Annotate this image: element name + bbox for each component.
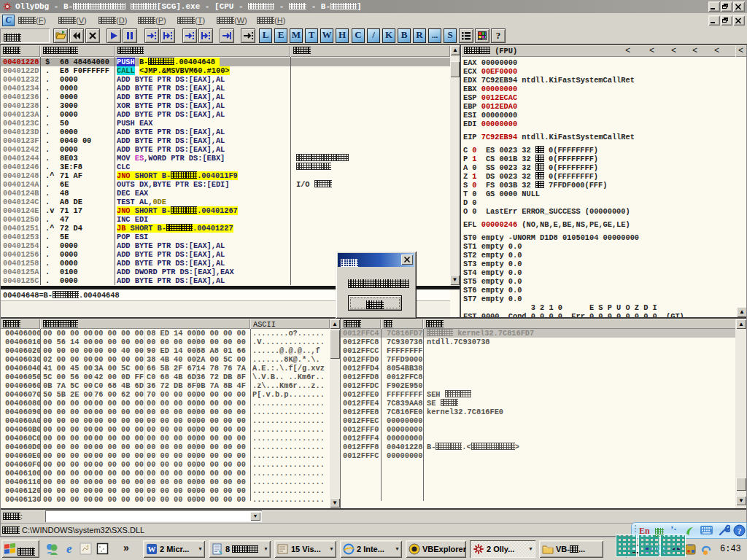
svg-text:W: W bbox=[148, 545, 156, 553]
svg-text:?: ? bbox=[738, 526, 742, 535]
svg-text:e: e bbox=[66, 542, 72, 556]
